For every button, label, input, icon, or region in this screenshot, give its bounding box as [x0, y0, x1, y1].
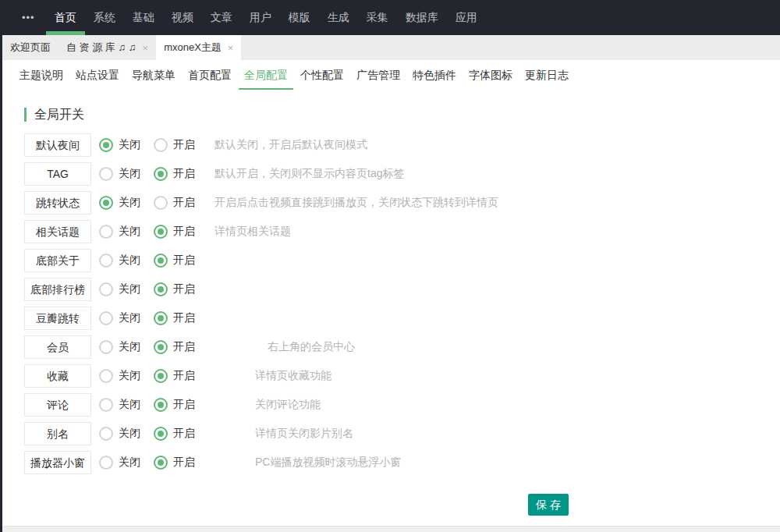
radio-icon [99, 311, 113, 325]
settings-rows: 默认夜间 关闭 开启 默认关闭，开启后默认夜间模式 TAG 关闭 开启 默认开启… [24, 133, 780, 474]
radio-on[interactable]: 开启 [154, 369, 208, 383]
radio-off[interactable]: 关闭 [99, 456, 154, 470]
setting-row: 收藏 关闭 开启 详情页收藏功能 [24, 364, 780, 388]
window-tab-0[interactable]: 欢迎页面 [2, 35, 58, 60]
radio-icon [154, 225, 168, 239]
radio-on[interactable]: 开启 [154, 456, 208, 470]
radio-icon [154, 456, 168, 470]
radio-icon [99, 138, 113, 152]
setting-label: 评论 [24, 393, 91, 417]
subtab-label: 更新日志 [525, 69, 569, 81]
radio-off[interactable]: 关闭 [99, 167, 154, 181]
radio-off[interactable]: 关闭 [99, 282, 154, 296]
radio-on[interactable]: 开启 [154, 254, 208, 268]
radio-off[interactable]: 关闭 [99, 225, 154, 239]
topnav-item-7[interactable]: 生成 [319, 0, 358, 35]
topnav-item-8[interactable]: 采集 [358, 0, 397, 35]
save-row: 保 存 [528, 494, 780, 516]
radio-icon [99, 282, 113, 296]
radio-on[interactable]: 开启 [154, 167, 208, 181]
radio-off[interactable]: 关闭 [99, 254, 154, 268]
radio-off[interactable]: 关闭 [99, 196, 154, 210]
radio-icon [154, 340, 168, 354]
save-button[interactable]: 保 存 [528, 494, 569, 516]
setting-description: 详情页收藏功能 [255, 369, 332, 383]
topnav-item-6[interactable]: 模版 [280, 0, 319, 35]
topnav-item-9[interactable]: 数据库 [397, 0, 447, 35]
active-tab-indicator [46, 31, 85, 35]
subtab-label: 全局配置 [244, 69, 288, 81]
subtab-6[interactable]: 广告管理 [351, 60, 406, 90]
setting-label: 会员 [24, 335, 91, 359]
radio-on[interactable]: 开启 [154, 427, 208, 441]
radio-icon [154, 138, 168, 152]
topnav-item-10[interactable]: 应用 [447, 0, 486, 35]
radio-on[interactable]: 开启 [154, 340, 208, 354]
radio-icon [99, 225, 113, 239]
close-icon[interactable]: × [143, 43, 149, 53]
radio-off[interactable]: 关闭 [99, 427, 154, 441]
radio-on[interactable]: 开启 [154, 225, 208, 239]
setting-label: 底部关于 [24, 249, 91, 272]
radio-on[interactable]: 开启 [154, 398, 208, 412]
settings-panel: 全局开关 默认夜间 关闭 开启 默认关闭，开启后默认夜间模式 TAG 关闭 开启… [0, 108, 780, 516]
setting-row: 默认夜间 关闭 开启 默认关闭，开启后默认夜间模式 [24, 133, 780, 157]
tab-label: 自 资 源 库 ♫ ♫ [66, 35, 136, 60]
topnav-item-2[interactable]: 基础 [124, 0, 163, 35]
topnav-item-0[interactable]: 首页 [46, 0, 85, 35]
radio-icon [99, 398, 113, 412]
window-tab-2[interactable]: mxoneX主题 × [156, 35, 241, 60]
radio-on[interactable]: 开启 [154, 138, 208, 152]
radio-icon [154, 282, 168, 296]
radio-on[interactable]: 开启 [154, 282, 208, 296]
setting-description: 详情页相关话题 [214, 225, 291, 239]
more-menu-icon[interactable]: ••• [11, 0, 46, 35]
tabbar-tabs: 欢迎页面 自 资 源 库 ♫ ♫ × mxoneX主题 × [2, 35, 241, 60]
radio-on[interactable]: 开启 [154, 311, 208, 325]
setting-row: TAG 关闭 开启 默认开启，关闭则不显示内容页tag标签 [24, 162, 780, 186]
radio-on[interactable]: 开启 [154, 196, 208, 210]
subtab-5[interactable]: 个性配置 [295, 60, 349, 90]
setting-row: 相关话题 关闭 开启 详情页相关话题 [24, 220, 780, 243]
setting-row: 别名 关闭 开启 详情页关闭影片别名 [24, 422, 780, 445]
subtab-9[interactable]: 更新日志 [519, 60, 574, 90]
setting-description: 关闭评论功能 [255, 398, 321, 412]
radio-off[interactable]: 关闭 [99, 311, 154, 325]
topnav-item-4[interactable]: 文章 [202, 0, 241, 35]
radio-off[interactable]: 关闭 [99, 340, 154, 354]
subtab-label: 主题说明 [20, 69, 63, 81]
subtab-8[interactable]: 字体图标 [463, 60, 518, 90]
setting-row: 播放器小窗 关闭 开启 PC端播放视频时滚动悬浮小窗 [24, 451, 780, 474]
subtab-3[interactable]: 首页配置 [183, 60, 237, 90]
subtab-1[interactable]: 站点设置 [70, 60, 125, 90]
radio-off[interactable]: 关闭 [99, 138, 154, 152]
topnav-item-3[interactable]: 视频 [163, 0, 202, 35]
setting-row: 会员 关闭 开启 右上角的会员中心 [24, 335, 780, 359]
radio-icon [154, 167, 168, 181]
radio-off[interactable]: 关闭 [99, 369, 154, 383]
radio-icon [99, 196, 113, 210]
bottom-scrollbar-track [0, 526, 780, 532]
close-icon[interactable]: × [228, 43, 234, 53]
subtab-4[interactable]: 全局配置 [239, 60, 293, 90]
subtab-7[interactable]: 特色插件 [407, 60, 462, 90]
subtab-2[interactable]: 导航菜单 [126, 60, 181, 90]
subtab-0[interactable]: 主题说明 [14, 60, 69, 90]
setting-label: 收藏 [24, 364, 91, 388]
setting-label: 相关话题 [24, 220, 91, 243]
topnav-item-5[interactable]: 用户 [241, 0, 280, 35]
window-tab-1[interactable]: 自 资 源 库 ♫ ♫ × [58, 35, 156, 60]
theme-config-tabs: 主题说明 站点设置 导航菜单 首页配置 全局配置 个性配置 广告管理 特色插件 … [0, 60, 780, 90]
subtab-label: 导航菜单 [132, 69, 176, 81]
tab-label: 欢迎页面 [10, 35, 51, 60]
setting-row: 评论 关闭 开启 关闭评论功能 [24, 393, 780, 417]
setting-label: 别名 [24, 422, 91, 445]
radio-icon [154, 254, 168, 268]
setting-description: 默认关闭，开启后默认夜间模式 [214, 138, 367, 152]
radio-icon [99, 254, 113, 268]
radio-icon [99, 369, 113, 383]
topnav-item-1[interactable]: 系统 [85, 0, 124, 35]
subtab-label: 字体图标 [469, 69, 512, 81]
radio-off[interactable]: 关闭 [99, 398, 154, 412]
setting-label: 播放器小窗 [24, 451, 91, 474]
